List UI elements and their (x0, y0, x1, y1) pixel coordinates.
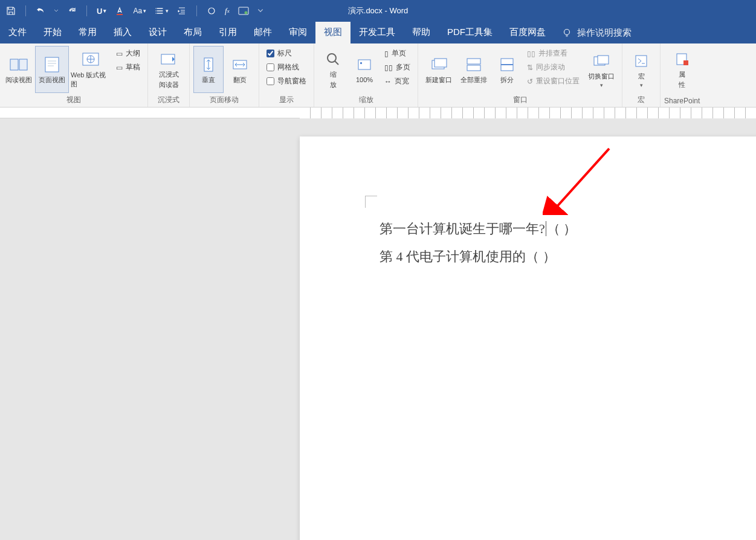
side-to-side-button[interactable]: 翻页 (225, 46, 255, 93)
group-page-movement-label: 页面移动 (210, 94, 239, 107)
tab-pdf[interactable]: PDF工具集 (439, 22, 501, 43)
qat-more-icon[interactable] (257, 8, 263, 14)
switch-windows-icon (592, 51, 611, 71)
arrange-all-icon (464, 55, 483, 74)
document-page[interactable]: 第一台计算机诞生于哪一年?（ ） 第 4 代电子计算机使用的（ ） (300, 137, 756, 540)
group-zoom: 缩 放 100% ▯单页 ▯▯多页 ↔页宽 缩放 (314, 43, 418, 107)
one-page-button[interactable]: ▯单页 (384, 48, 410, 59)
screenshot-icon[interactable] (238, 7, 249, 15)
web-layout-icon (81, 50, 100, 69)
arrange-all-button[interactable]: 全部重排 (457, 46, 491, 93)
list-icon[interactable]: ▾ (155, 6, 169, 16)
ruler-checkbox[interactable]: 标尺 (267, 48, 306, 59)
outline-view-button[interactable]: ▭大纲 (116, 48, 140, 59)
quick-access-toolbar: U▾ Aa▾ ▾ fx (0, 5, 270, 16)
tab-view[interactable]: 视图 (315, 22, 351, 43)
redo-icon[interactable] (67, 6, 77, 16)
new-window-icon (429, 55, 448, 74)
paragraph-2[interactable]: 第 4 代电子计算机使用的（ ） (380, 243, 756, 271)
qat-dropdown-icon[interactable] (54, 8, 59, 13)
reset-window-button: ↺重设窗口位置 (527, 76, 580, 86)
svg-point-4 (564, 29, 570, 34)
macros-button[interactable]: 宏 ▾ (626, 46, 656, 93)
sync-scroll-button: ⇅同步滚动 (527, 62, 580, 72)
group-show: 标尺 网格线 导航窗格 显示 (259, 43, 314, 107)
font-size-icon[interactable]: Aa▾ (133, 7, 146, 15)
svg-rect-18 (467, 65, 480, 71)
tab-review[interactable]: 审阅 (280, 22, 315, 43)
read-mode-button[interactable]: 阅读视图 (4, 46, 34, 93)
svg-rect-21 (598, 56, 609, 64)
ribbon: 阅读视图 页面视图 Web 版式视图 ▭大纲 ▭草稿 视图 沉浸式 阅读器 (0, 43, 756, 108)
tab-developer[interactable]: 开发工具 (351, 22, 404, 43)
group-immersive-label: 沉浸式 (158, 94, 179, 107)
page-width-icon: ↔ (384, 77, 392, 86)
switch-windows-button[interactable]: 切换窗口 ▾ (584, 46, 618, 93)
tell-me-search[interactable]: 操作说明搜索 (554, 27, 639, 43)
tab-layout[interactable]: 布局 (175, 22, 210, 43)
zoom-button[interactable]: 缩 放 (318, 46, 348, 93)
tab-home[interactable]: 开始 (35, 22, 70, 43)
tab-common[interactable]: 常用 (70, 22, 105, 43)
vertical-button[interactable]: 垂直 (193, 46, 224, 93)
text-cursor (546, 221, 546, 236)
group-window: 新建窗口 全部重排 拆分 ▯▯并排查看 ⇅同步滚动 ↺重设窗口位置 切换窗口 ▾… (418, 43, 622, 107)
tab-file[interactable]: 文件 (0, 22, 35, 43)
macros-icon (632, 51, 651, 71)
group-sharepoint: 属 性 SharePoint (661, 43, 703, 107)
print-layout-icon (42, 55, 62, 74)
circle-icon[interactable] (207, 6, 216, 16)
immersive-reader-icon (159, 50, 178, 69)
tab-help[interactable]: 帮助 (404, 22, 439, 43)
read-mode-icon (9, 55, 28, 74)
group-show-label: 显示 (279, 94, 294, 107)
nav-pane-checkbox[interactable]: 导航窗格 (267, 76, 306, 86)
svg-rect-5 (10, 59, 18, 70)
properties-button[interactable]: 属 性 (667, 46, 697, 93)
zoom-100-button[interactable]: 100% (349, 46, 380, 93)
group-page-movement: 垂直 翻页 页面移动 (190, 43, 259, 107)
group-immersive: 沉浸式 阅读器 沉浸式 (148, 43, 190, 107)
web-layout-button[interactable]: Web 版式视图 (70, 46, 111, 93)
save-icon[interactable] (6, 6, 16, 16)
svg-rect-0 (117, 14, 123, 15)
tab-baidu[interactable]: 百度网盘 (501, 22, 554, 43)
group-macros: 宏 ▾ 宏 (622, 43, 661, 107)
group-views-label: 视图 (66, 94, 81, 107)
draft-view-button[interactable]: ▭草稿 (116, 62, 140, 72)
immersive-reader-button[interactable]: 沉浸式 阅读器 (152, 46, 186, 93)
multi-page-button[interactable]: ▯▯多页 (384, 62, 410, 72)
group-window-label: 窗口 (513, 94, 528, 107)
page-corner-mark (365, 196, 377, 208)
ribbon-tabs: 文件 开始 常用 插入 设计 布局 引用 邮件 审阅 视图 开发工具 帮助 PD… (0, 22, 756, 43)
tab-references[interactable]: 引用 (210, 22, 245, 43)
paragraph-1[interactable]: 第一台计算机诞生于哪一年?（ ） (380, 215, 756, 243)
indent-icon[interactable] (177, 6, 187, 16)
tab-mailings[interactable]: 邮件 (245, 22, 280, 43)
new-window-button[interactable]: 新建窗口 (422, 46, 456, 93)
svg-rect-24 (683, 60, 688, 65)
formula-icon[interactable]: fx (225, 6, 230, 16)
group-macros-label: 宏 (638, 94, 645, 107)
underline-icon[interactable]: U▾ (97, 7, 106, 16)
svg-point-3 (244, 11, 247, 14)
view-side-by-side-button: ▯▯并排查看 (527, 48, 580, 59)
svg-rect-14 (358, 60, 370, 69)
horizontal-ruler[interactable] (0, 108, 756, 118)
svg-rect-6 (19, 59, 27, 70)
tell-me-label: 操作说明搜索 (577, 27, 632, 39)
gridlines-checkbox[interactable]: 网格线 (267, 62, 306, 72)
print-layout-button[interactable]: 页面视图 (35, 46, 69, 93)
undo-icon[interactable] (36, 6, 45, 16)
page-width-button[interactable]: ↔页宽 (384, 76, 410, 86)
title-bar: U▾ Aa▾ ▾ fx 演示.docx - Word (0, 0, 756, 22)
group-zoom-label: 缩放 (359, 94, 373, 107)
font-color-icon[interactable] (115, 6, 124, 16)
group-sharepoint-label: SharePoint (664, 95, 700, 107)
one-page-icon: ▯ (384, 50, 389, 58)
tab-design[interactable]: 设计 (140, 22, 175, 43)
split-button[interactable]: 拆分 (492, 46, 522, 93)
group-views: 阅读视图 页面视图 Web 版式视图 ▭大纲 ▭草稿 视图 (0, 43, 148, 107)
svg-rect-17 (467, 59, 480, 64)
tab-insert[interactable]: 插入 (105, 22, 140, 43)
